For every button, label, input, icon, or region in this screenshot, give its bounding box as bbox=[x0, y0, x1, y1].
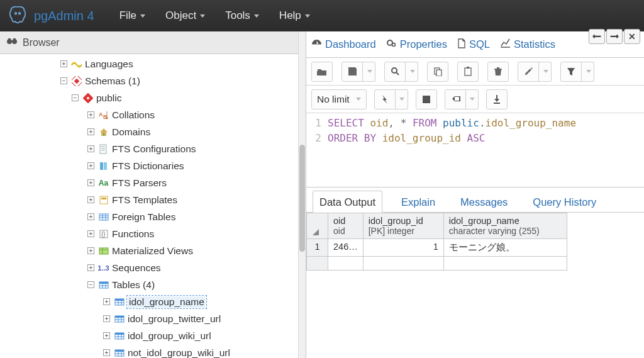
tree-node-schemas[interactable]: − Schemas (1) bbox=[60, 72, 306, 89]
fts-template-icon bbox=[98, 194, 109, 205]
col-header-idol-group-name[interactable]: idol_group_namecharacter varying (255) bbox=[443, 213, 567, 239]
tab-messages[interactable]: Messages bbox=[454, 191, 514, 212]
expand-icon[interactable]: + bbox=[87, 230, 94, 237]
tree-node-domains[interactable]: + Domains bbox=[60, 123, 306, 140]
svg-rect-33 bbox=[423, 96, 430, 103]
clear-dropdown[interactable] bbox=[466, 89, 479, 109]
tab-explain[interactable]: Explain bbox=[395, 191, 441, 212]
expand-icon[interactable]: + bbox=[103, 332, 110, 339]
nav-forward-button[interactable]: 🠖 bbox=[606, 29, 623, 44]
filter-dropdown[interactable] bbox=[582, 62, 594, 82]
tree-node-fts-templates[interactable]: + FTS Templates bbox=[60, 191, 306, 208]
menu-file[interactable]: File bbox=[119, 9, 145, 22]
tree-node-fts-dicts[interactable]: + FTS Dictionaries bbox=[60, 157, 306, 174]
menu-help[interactable]: Help bbox=[279, 9, 310, 22]
filter-button[interactable] bbox=[560, 62, 582, 82]
tree-node-collations[interactable]: + AB Collations bbox=[60, 106, 306, 123]
expand-icon[interactable]: + bbox=[87, 111, 94, 118]
sql-editor[interactable]: 12 SELECT oid, * FROM public.idol_group_… bbox=[306, 113, 644, 187]
expand-icon[interactable]: + bbox=[87, 128, 94, 135]
col-header-oid[interactable]: oidoid bbox=[328, 213, 364, 239]
save-dropdown[interactable] bbox=[363, 62, 375, 82]
expand-icon[interactable]: + bbox=[103, 298, 110, 305]
sequences-icon: 1..3 bbox=[98, 262, 109, 273]
file-icon bbox=[457, 38, 466, 51]
expand-icon[interactable]: + bbox=[87, 264, 94, 271]
collations-icon: AB bbox=[98, 109, 109, 120]
gears-icon bbox=[386, 38, 397, 50]
paste-button[interactable] bbox=[457, 62, 479, 82]
find-dropdown[interactable] bbox=[406, 62, 418, 82]
expand-icon[interactable]: + bbox=[87, 247, 94, 254]
caret-down-icon bbox=[356, 98, 361, 101]
cell-oid[interactable]: 246… bbox=[328, 239, 364, 257]
table-row-empty[interactable] bbox=[307, 257, 567, 271]
save-button[interactable] bbox=[341, 62, 363, 82]
tree-node-foreign-tables[interactable]: + Foreign Tables bbox=[60, 208, 306, 225]
expand-icon[interactable]: + bbox=[60, 60, 67, 67]
tab-statistics[interactable]: Statistics bbox=[500, 38, 555, 54]
table-row[interactable]: 1 246… 1 モーニング娘。 bbox=[307, 239, 567, 257]
nav-back-button[interactable]: 🠔 bbox=[589, 29, 605, 44]
download-button[interactable] bbox=[486, 89, 508, 109]
data-grid[interactable]: oidoid idol_group_id[PK] integer idol_gr… bbox=[306, 213, 644, 358]
sql-code[interactable]: SELECT oid, * FROM public.idol_group_nam… bbox=[328, 116, 644, 184]
collapse-icon[interactable]: − bbox=[72, 94, 79, 101]
tree-node-fts-configs[interactable]: + FTS Configurations bbox=[60, 140, 306, 157]
expand-icon[interactable]: + bbox=[103, 315, 110, 322]
limit-dropdown[interactable]: No limit bbox=[311, 89, 367, 109]
execute-button[interactable] bbox=[374, 89, 396, 109]
grid-corner[interactable] bbox=[307, 213, 328, 239]
tree-node-fts-parsers[interactable]: + Aa FTS Parsers bbox=[60, 174, 306, 191]
window-controls: 🠔 🠖 ✕ bbox=[589, 29, 640, 44]
cell-idol-group-id[interactable]: 1 bbox=[363, 239, 443, 257]
stop-button[interactable] bbox=[416, 89, 437, 109]
tab-dashboard[interactable]: Dashboard bbox=[311, 38, 376, 54]
tab-data-output[interactable]: Data Output bbox=[313, 191, 382, 213]
cell-idol-group-name[interactable]: モーニング娘。 bbox=[443, 239, 567, 257]
tree-node-table-idol-group-wiki-url[interactable]: + idol_group_wiki_url bbox=[60, 327, 306, 344]
col-header-idol-group-id[interactable]: idol_group_id[PK] integer bbox=[363, 213, 443, 239]
edit-button[interactable] bbox=[518, 62, 539, 82]
delete-button[interactable] bbox=[487, 62, 509, 82]
copy-button[interactable] bbox=[427, 62, 448, 82]
close-button[interactable]: ✕ bbox=[624, 29, 640, 44]
tree-node-table-idol-group-name[interactable]: + idol_group_name bbox=[60, 293, 306, 310]
expand-icon[interactable]: + bbox=[87, 145, 94, 152]
tab-properties[interactable]: Properties bbox=[386, 38, 447, 54]
tree-node-table-not-idol-group-wiki-url[interactable]: + not_idol_group_wiki_url bbox=[60, 344, 306, 358]
menu-object[interactable]: Object bbox=[165, 9, 205, 22]
open-file-button[interactable] bbox=[311, 62, 333, 82]
scrollbar[interactable] bbox=[298, 31, 306, 358]
expand-icon[interactable]: + bbox=[87, 162, 94, 169]
collapse-icon[interactable]: − bbox=[60, 77, 67, 84]
languages-icon bbox=[71, 59, 82, 69]
scrollbar-thumb[interactable] bbox=[299, 145, 305, 252]
edit-dropdown[interactable] bbox=[539, 62, 552, 82]
object-tree[interactable]: + Languages − Schemas (1) − public + AB … bbox=[0, 54, 306, 358]
fts-config-icon bbox=[98, 143, 109, 154]
find-button[interactable] bbox=[384, 62, 406, 82]
tree-node-functions[interactable]: + {} Functions bbox=[60, 225, 306, 242]
tab-sql[interactable]: SQL bbox=[457, 38, 490, 55]
tab-query-history[interactable]: Query History bbox=[526, 191, 602, 212]
svg-rect-23 bbox=[115, 333, 124, 335]
functions-icon: {} bbox=[98, 228, 109, 239]
svg-rect-12 bbox=[99, 214, 108, 220]
expand-icon[interactable]: + bbox=[87, 196, 94, 203]
collapse-icon[interactable]: − bbox=[87, 281, 94, 288]
tree-node-public[interactable]: − public bbox=[60, 89, 306, 106]
execute-dropdown[interactable] bbox=[396, 89, 408, 109]
tree-node-sequences[interactable]: + 1..3 Sequences bbox=[60, 259, 306, 276]
row-number[interactable]: 1 bbox=[307, 239, 328, 257]
clear-button[interactable] bbox=[445, 89, 466, 109]
tree-node-table-idol-group-twitter-url[interactable]: + idol_group_twitter_url bbox=[60, 310, 306, 327]
tree-node-tables[interactable]: − Tables (4) bbox=[60, 276, 306, 293]
menu-tools[interactable]: Tools bbox=[225, 9, 259, 22]
expand-icon[interactable]: + bbox=[103, 349, 110, 356]
expand-icon[interactable]: + bbox=[87, 213, 94, 220]
foreign-tables-icon bbox=[98, 211, 109, 222]
tree-node-languages[interactable]: + Languages bbox=[60, 55, 306, 72]
expand-icon[interactable]: + bbox=[87, 179, 94, 186]
tree-node-mat-views[interactable]: + Materialized Views bbox=[60, 242, 306, 259]
